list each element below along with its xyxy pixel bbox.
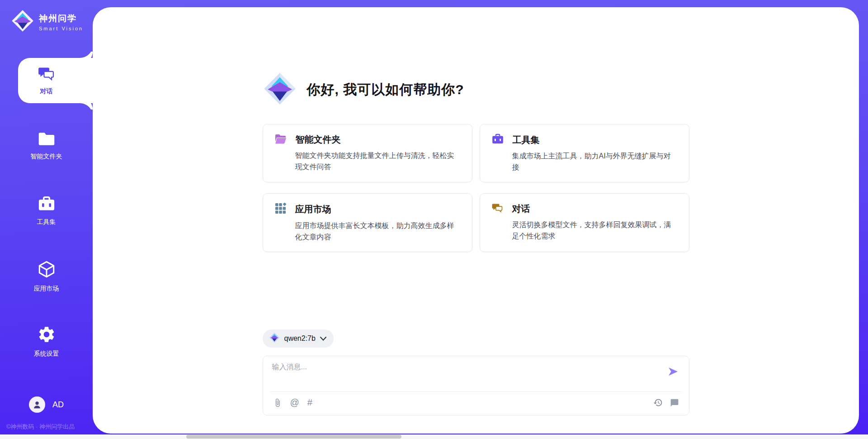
sidebar-item-label: 对话 xyxy=(40,87,53,95)
at-icon: @ xyxy=(290,397,299,408)
horizontal-scrollbar xyxy=(0,434,868,439)
card-description: 灵活切换多模型文件，支持多样回复效果调试，满足个性化需求 xyxy=(512,219,678,242)
avatar xyxy=(29,396,45,413)
sidebar-item-smart-folder[interactable]: 智能文件夹 xyxy=(0,123,93,168)
brand: 神州问学 Smart Vision xyxy=(0,0,93,34)
card-title: 对话 xyxy=(512,203,530,215)
card-smart-folder[interactable]: 智能文件夹 智能文件夹功能支持批量文件上传与清洗，轻松实现文件问答 xyxy=(263,124,472,182)
greeting: 你好, 我可以如何帮助你? xyxy=(263,72,689,108)
toolbox-icon xyxy=(38,196,56,214)
card-chat[interactable]: 对话 灵活切换多模型文件，支持多样回复效果调试，满足个性化需求 xyxy=(480,193,689,252)
greeting-title: 你好, 我可以如何帮助你? xyxy=(307,81,464,99)
new-chat-button[interactable] xyxy=(670,398,679,407)
send-icon xyxy=(667,366,679,377)
message-input-box: @ # xyxy=(263,356,689,415)
feature-cards: 智能文件夹 智能文件夹功能支持批量文件上传与清洗，轻松实现文件问答 工具集 xyxy=(263,124,689,252)
horizontal-scrollbar-thumb[interactable] xyxy=(186,435,401,439)
sidebar-item-toolset[interactable]: 工具集 xyxy=(0,188,93,234)
chat-bubbles-icon xyxy=(38,66,55,83)
sidebar-nav: 对话 智能文件夹 工具集 xyxy=(0,58,93,384)
brand-tagline: Smart Vision xyxy=(39,26,83,31)
app-grid-icon xyxy=(275,203,286,216)
toolbox-icon xyxy=(492,134,504,146)
chevron-down-icon xyxy=(320,334,326,343)
sidebar-item-label: 智能文件夹 xyxy=(31,153,62,161)
comment-icon xyxy=(670,398,679,407)
folder-open-icon xyxy=(275,134,287,146)
topic-button[interactable]: # xyxy=(307,397,312,408)
message-input[interactable] xyxy=(272,363,666,389)
greeting-logo-diamond-icon xyxy=(263,72,297,108)
model-name: qwen2:7b xyxy=(284,334,316,343)
model-selector[interactable]: qwen2:7b xyxy=(263,329,334,348)
user-account[interactable]: AD xyxy=(0,396,93,413)
history-icon xyxy=(653,398,663,407)
chat-bubbles-icon xyxy=(492,203,503,215)
sidebar-item-settings[interactable]: 系统设置 xyxy=(0,319,93,364)
paperclip-icon xyxy=(273,398,282,407)
card-title: 工具集 xyxy=(513,134,540,146)
hash-icon: # xyxy=(307,397,312,408)
main-panel: 你好, 我可以如何帮助你? 智能文件夹 智能文件夹功能支持批量文件上传与清洗，轻… xyxy=(93,7,859,434)
user-name: AD xyxy=(52,400,64,410)
cube-icon xyxy=(37,260,56,281)
send-button[interactable] xyxy=(666,363,680,382)
composer: qwen2:7b xyxy=(263,329,689,434)
sidebar-item-label: 工具集 xyxy=(37,218,56,226)
sidebar-item-label: 系统设置 xyxy=(34,350,59,358)
model-logo-diamond-icon xyxy=(269,332,280,345)
gear-icon xyxy=(37,325,56,346)
sidebar-item-label: 应用市场 xyxy=(34,285,59,293)
attach-file-button[interactable] xyxy=(273,398,282,407)
history-button[interactable] xyxy=(653,398,663,407)
sidebar-item-chat[interactable]: 对话 xyxy=(0,58,93,103)
mention-button[interactable]: @ xyxy=(290,397,299,408)
card-title: 智能文件夹 xyxy=(296,134,341,146)
sidebar-item-app-market[interactable]: 应用市场 xyxy=(0,253,93,299)
card-description: 应用市场提供丰富长文本模板，助力高效生成多样化文章内容 xyxy=(295,220,461,243)
card-description: 智能文件夹功能支持批量文件上传与清洗，轻松实现文件问答 xyxy=(295,150,461,172)
brand-name: 神州问学 xyxy=(39,13,83,24)
card-toolset[interactable]: 工具集 集成市场上主流工具，助力AI与外界无缝扩展与对接 xyxy=(480,124,689,182)
brand-logo-diamond-icon xyxy=(11,9,34,34)
sidebar: 神州问学 Smart Vision 对话 智能文件夹 xyxy=(0,0,93,439)
card-title: 应用市场 xyxy=(295,203,331,215)
card-description: 集成市场上主流工具，助力AI与外界无缝扩展与对接 xyxy=(512,150,678,173)
card-app-market[interactable]: 应用市场 应用市场提供丰富长文本模板，助力高效生成多样化文章内容 xyxy=(263,193,472,252)
folder-icon xyxy=(38,131,56,148)
